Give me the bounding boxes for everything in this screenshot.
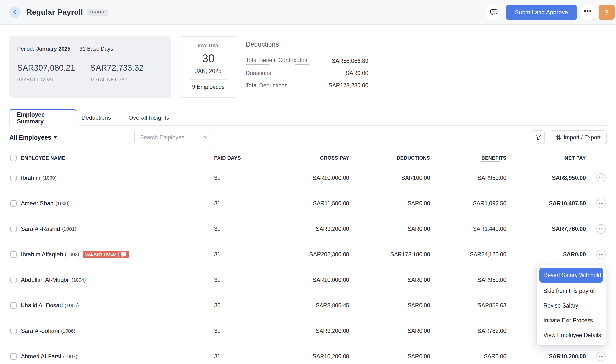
row-actions-button[interactable]	[596, 250, 606, 259]
row-checkbox[interactable]	[10, 302, 17, 309]
table-row: Sara Al-Rashid(1001)31SAR9,200.00SAR0.00…	[9, 216, 607, 242]
paid-days-cell: 31	[214, 353, 238, 360]
row-checkbox-cell	[9, 251, 21, 258]
deduction-label[interactable]: Total Benefit Contribution	[246, 57, 309, 65]
menu-item-initiate-exit-process[interactable]: Initiate Exit Process	[539, 313, 603, 328]
column-header: BENEFITS	[430, 155, 506, 161]
employee-scope-dropdown[interactable]: All Employees	[9, 134, 57, 141]
row-actions-button[interactable]	[596, 352, 606, 361]
gross-pay-cell: SAR10,000.00	[238, 175, 349, 181]
comments-button[interactable]	[486, 5, 502, 20]
select-all-cell	[9, 155, 21, 161]
funnel-icon	[535, 134, 541, 141]
employee-name[interactable]: Ibrahim	[21, 174, 40, 181]
deduction-row: Total DeductionsSAR178,280.00	[246, 79, 368, 91]
column-header: PAID DAYS	[214, 155, 238, 161]
gross-pay-cell: SAR9,200.00	[238, 328, 349, 334]
row-actions-button[interactable]	[596, 199, 606, 208]
paid-days-cell: 31	[214, 200, 238, 207]
row-checkbox-cell	[9, 353, 21, 360]
employee-name[interactable]: Abdullah Al-Muqbil	[21, 276, 70, 283]
column-header: NET PAY	[506, 155, 586, 161]
total-net-pay-label: TOTAL NET PAY	[90, 77, 163, 82]
submit-and-approve-button[interactable]: Submit and Approve	[506, 5, 577, 20]
column-header-label: NET PAY	[565, 155, 586, 161]
employee-name-cell: Sara Al-Rashid(1001)	[21, 225, 214, 232]
page-title: Regular Payroll	[26, 8, 83, 17]
ellipsis-icon	[599, 203, 603, 204]
import-export-button[interactable]: ⇅ Import / Export	[550, 130, 607, 144]
period-value: January 2025	[36, 46, 70, 52]
deductions-cell: SAR100.00	[349, 175, 430, 181]
row-actions-cell	[586, 352, 607, 361]
payday-card: PAY DAY 30 JAN, 2025 9 Employees	[179, 36, 238, 98]
benefits-cell: SAR0.00	[430, 353, 506, 360]
column-header-label: BENEFITS	[481, 155, 506, 162]
menu-item-revert-salary-withhold[interactable]: Revert Salary Withhold	[539, 268, 603, 283]
gross-pay-cell: SAR9,200.00	[238, 226, 349, 232]
employee-name-cell: Sara Al-Johani(1006)	[21, 327, 214, 334]
employee-name[interactable]: Ibrahim Alfaqieh	[21, 251, 63, 258]
menu-item-skip-from-this-payroll[interactable]: Skip from this payroll	[539, 284, 603, 298]
row-actions-cell	[586, 224, 607, 234]
employee-name[interactable]: Ahmed Al-Farsi	[21, 353, 61, 360]
table-row: Sara Al-Johani(1006)31SAR9,200.00SAR0.00…	[9, 318, 607, 344]
employee-id: (1003)	[65, 252, 79, 257]
menu-item-revise-salary[interactable]: Revise Salary	[539, 298, 603, 313]
filter-button[interactable]	[532, 130, 545, 144]
total-net-pay-value: SAR72,733.32	[90, 63, 163, 73]
employee-name[interactable]: Ameer Shah	[21, 200, 53, 207]
tab-overall-insights[interactable]: Overall Insights	[120, 110, 178, 125]
benefits-cell: SAR950.00	[430, 277, 506, 283]
column-header: GROSS PAY	[238, 155, 349, 161]
menu-item-view-employee-details[interactable]: View Employee Details	[539, 328, 603, 342]
deductions-cell: SAR0.00	[349, 328, 430, 334]
payday-label: PAY DAY	[179, 43, 238, 48]
deductions-panel: Deductions Total Benefit ContributionSAR…	[246, 36, 368, 98]
back-chevron-icon	[13, 10, 17, 15]
employee-name[interactable]: Sara Al-Rashid	[21, 225, 60, 232]
search-box	[134, 130, 213, 145]
deduction-label: Total Deductions	[246, 82, 287, 89]
base-days: 31 Base Days	[79, 46, 113, 52]
row-checkbox[interactable]	[10, 226, 17, 232]
row-checkbox[interactable]	[10, 328, 17, 334]
period-label: Period:	[17, 46, 34, 52]
back-button[interactable]	[9, 7, 21, 18]
benefits-cell: SAR858.63	[430, 302, 506, 309]
row-actions-button[interactable]	[596, 173, 606, 182]
deductions-cell: SAR0.00	[349, 302, 430, 309]
column-header: EMPLOYEE NAME	[21, 155, 214, 161]
employee-name[interactable]: Sara Al-Johani	[21, 327, 59, 334]
chevron-down-icon[interactable]	[204, 136, 208, 139]
import-export-label: Import / Export	[564, 134, 601, 141]
row-actions-button[interactable]	[596, 224, 606, 234]
search-employee-input[interactable]	[134, 130, 213, 145]
select-all-checkbox[interactable]	[10, 155, 17, 161]
deduction-value: SAR0.00	[346, 70, 368, 77]
row-checkbox-cell	[9, 328, 21, 334]
period-divider	[75, 46, 75, 52]
employee-id: (1000)	[55, 201, 70, 206]
table-header: EMPLOYEE NAMEPAID DAYSGROSS PAYDEDUCTION…	[9, 151, 607, 165]
row-checkbox[interactable]	[10, 200, 17, 207]
table-body: Ibrahim(1009)31SAR10,000.00SAR100.00SAR9…	[9, 165, 607, 364]
benefits-cell: SAR1,092.50	[430, 200, 506, 207]
table-row: Ibrahim Alfaqieh(1003)SALARY HOLD31SAR20…	[9, 242, 607, 267]
salary-hold-badge[interactable]: SALARY HOLD	[83, 251, 129, 258]
table-row: Khalid Al-Dosari(1005)30SAR8,806.45SAR0.…	[9, 293, 607, 318]
row-context-menu: Revert Salary WithholdSkip from this pay…	[537, 265, 606, 345]
row-checkbox[interactable]	[10, 277, 17, 283]
more-actions-button[interactable]: •••	[581, 5, 595, 20]
period-card: Period: January 2025 31 Base Days SAR307…	[9, 36, 171, 98]
gross-pay-cell: SAR10,200.00	[238, 353, 349, 360]
row-checkbox[interactable]	[10, 251, 17, 258]
help-button[interactable]: ?	[599, 5, 615, 20]
ellipsis-icon	[599, 177, 603, 178]
deductions-panel-title: Deductions	[246, 41, 368, 48]
row-checkbox-cell	[9, 226, 21, 232]
row-checkbox[interactable]	[10, 175, 17, 181]
row-checkbox[interactable]	[10, 353, 17, 360]
tab-employee-summary[interactable]: Employee Summary	[9, 109, 73, 126]
employee-name[interactable]: Khalid Al-Dosari	[21, 302, 63, 309]
